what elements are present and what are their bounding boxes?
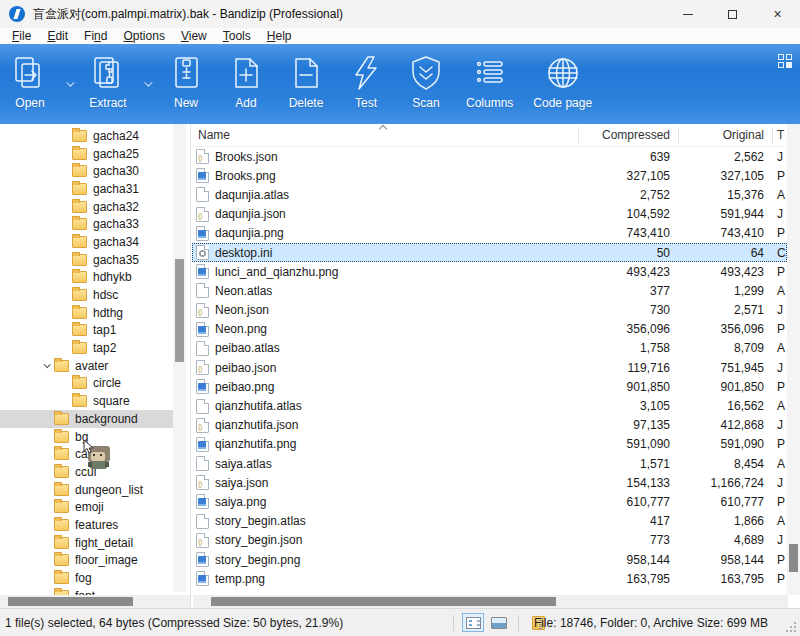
expand-chevron-icon[interactable]: [56, 269, 72, 285]
close-button[interactable]: ×: [755, 0, 800, 28]
expand-chevron-icon[interactable]: [38, 517, 54, 533]
sidebar-folder-item[interactable]: fight_detail: [0, 534, 174, 552]
expand-chevron-icon[interactable]: [56, 199, 72, 215]
column-header-compressed[interactable]: Compressed: [578, 128, 678, 142]
sidebar-folder-item[interactable]: fog: [0, 569, 174, 587]
menu-options[interactable]: Options: [115, 29, 172, 43]
sidebar-folder-item[interactable]: hdthg: [0, 304, 174, 322]
expand-chevron-icon[interactable]: [56, 322, 72, 338]
column-divider[interactable]: [678, 127, 679, 143]
file-row[interactable]: daqunjia.png 743,410 743,410 P: [192, 224, 787, 243]
sidebar-folder-item[interactable]: font: [0, 587, 174, 595]
expand-chevron-icon[interactable]: [56, 393, 72, 409]
expand-chevron-icon[interactable]: [38, 446, 54, 462]
minimize-button[interactable]: [665, 0, 710, 28]
file-row[interactable]: Brooks.png 327,105 327,105 P: [192, 166, 787, 185]
scrollbar-thumb[interactable]: [211, 597, 556, 606]
expand-chevron-icon[interactable]: [56, 181, 72, 197]
file-row[interactable]: story_begin.atlas 417 1,866 A: [192, 512, 787, 531]
extract-dropdown-button[interactable]: [138, 44, 156, 124]
expand-chevron-icon[interactable]: [38, 499, 54, 515]
resize-grip[interactable]: [785, 621, 797, 633]
menu-find[interactable]: Find: [76, 29, 115, 43]
scrollbar-thumb[interactable]: [789, 544, 798, 572]
scan-button[interactable]: Scan: [396, 44, 456, 124]
sidebar-folder-item[interactable]: gacha34: [0, 233, 174, 251]
sidebar-folder-item[interactable]: gacha32: [0, 198, 174, 216]
filelist-horizontal-scrollbar[interactable]: [193, 595, 788, 608]
menu-file[interactable]: File: [4, 29, 39, 43]
new-archive-button[interactable]: New: [156, 44, 216, 124]
codepage-button[interactable]: Code page: [523, 44, 602, 124]
sidebar-folder-item[interactable]: gacha33: [0, 215, 174, 233]
menu-help[interactable]: Help: [259, 29, 300, 43]
delete-button[interactable]: Delete: [276, 44, 336, 124]
sidebar-folder-item[interactable]: circle: [0, 375, 174, 393]
column-divider[interactable]: [772, 127, 773, 143]
scrollbar-thumb[interactable]: [175, 259, 184, 362]
file-row[interactable]: qianzhutifa.png 591,090 591,090 P: [192, 435, 787, 454]
sidebar-folder-item[interactable]: card: [0, 445, 174, 463]
menu-view[interactable]: View: [173, 29, 215, 43]
filelist-vertical-scrollbar[interactable]: [787, 124, 800, 595]
sidebar-folder-item[interactable]: gacha25: [0, 145, 174, 163]
expand-chevron-icon[interactable]: [38, 570, 54, 586]
sidebar-folder-item[interactable]: background: [0, 410, 174, 428]
expand-chevron-icon[interactable]: [38, 358, 54, 374]
file-row[interactable]: Neon.json 730 2,571 J: [192, 301, 787, 320]
file-row[interactable]: story_begin.json 773 4,689 J: [192, 531, 787, 550]
open-dropdown-button[interactable]: [60, 44, 78, 124]
expand-chevron-icon[interactable]: [56, 252, 72, 268]
ribbon-layout-toggle-button[interactable]: [778, 54, 792, 68]
expand-chevron-icon[interactable]: [56, 340, 72, 356]
test-button[interactable]: Test: [336, 44, 396, 124]
sidebar-folder-item[interactable]: features: [0, 516, 174, 534]
sidebar-horizontal-scrollbar[interactable]: [0, 595, 191, 608]
expand-chevron-icon[interactable]: [38, 552, 54, 568]
sidebar-folder-item[interactable]: gacha24: [0, 127, 174, 145]
image-preview-button[interactable]: [488, 613, 510, 632]
expand-chevron-icon[interactable]: [56, 375, 72, 391]
sidebar-folder-item[interactable]: ccui: [0, 463, 174, 481]
file-row[interactable]: Neon.png 356,096 356,096 P: [192, 320, 787, 339]
expand-chevron-icon[interactable]: [56, 163, 72, 179]
sidebar-folder-item[interactable]: gacha35: [0, 251, 174, 269]
file-row[interactable]: peibao.json 119,716 751,945 J: [192, 358, 787, 377]
menu-tools[interactable]: Tools: [215, 29, 259, 43]
sidebar-folder-item[interactable]: hdhykb: [0, 269, 174, 287]
column-header-original[interactable]: Original: [678, 128, 772, 142]
column-divider[interactable]: [578, 127, 579, 143]
expand-chevron-icon[interactable]: [38, 429, 54, 445]
sidebar-folder-item[interactable]: hdsc: [0, 286, 174, 304]
file-row[interactable]: peibao.png 901,850 901,850 P: [192, 377, 787, 396]
expand-chevron-icon[interactable]: [38, 588, 54, 595]
expand-chevron-icon[interactable]: [56, 128, 72, 144]
open-button[interactable]: Open: [0, 44, 60, 124]
file-row[interactable]: daqunjia.atlas 2,752 15,376 A: [192, 185, 787, 204]
sidebar-folder-item[interactable]: square: [0, 392, 174, 410]
file-row[interactable]: saiya.png 610,777 610,777 P: [192, 492, 787, 511]
file-row[interactable]: Neon.atlas 377 1,299 A: [192, 281, 787, 300]
sidebar-folder-item[interactable]: tap1: [0, 322, 174, 340]
file-row[interactable]: lunci_and_qianzhu.png 493,423 493,423 P: [192, 262, 787, 281]
expand-chevron-icon[interactable]: [56, 234, 72, 250]
sidebar-folder-item[interactable]: floor_image: [0, 552, 174, 570]
file-row[interactable]: saiya.atlas 1,571 8,454 A: [192, 454, 787, 473]
expand-chevron-icon[interactable]: [38, 535, 54, 551]
sidebar-vertical-scrollbar[interactable]: [173, 124, 186, 592]
expand-chevron-icon[interactable]: [56, 287, 72, 303]
sidebar-folder-item[interactable]: gacha31: [0, 180, 174, 198]
maximize-button[interactable]: [710, 0, 755, 28]
expand-chevron-icon[interactable]: [56, 216, 72, 232]
expand-chevron-icon[interactable]: [38, 411, 54, 427]
sidebar-folder-item[interactable]: emoji: [0, 498, 174, 516]
sidebar-folder-item[interactable]: gacha30: [0, 162, 174, 180]
file-row[interactable]: qianzhutifa.json 97,135 412,868 J: [192, 416, 787, 435]
expand-chevron-icon[interactable]: [56, 305, 72, 321]
add-button[interactable]: Add: [216, 44, 276, 124]
sidebar-folder-item[interactable]: dungeon_list: [0, 481, 174, 499]
extract-button[interactable]: Extract: [78, 44, 138, 124]
file-row[interactable]: peibao.atlas 1,758 8,709 A: [192, 339, 787, 358]
details-view-button[interactable]: [462, 613, 484, 632]
file-row[interactable]: story_begin.png 958,144 958,144 P: [192, 550, 787, 569]
